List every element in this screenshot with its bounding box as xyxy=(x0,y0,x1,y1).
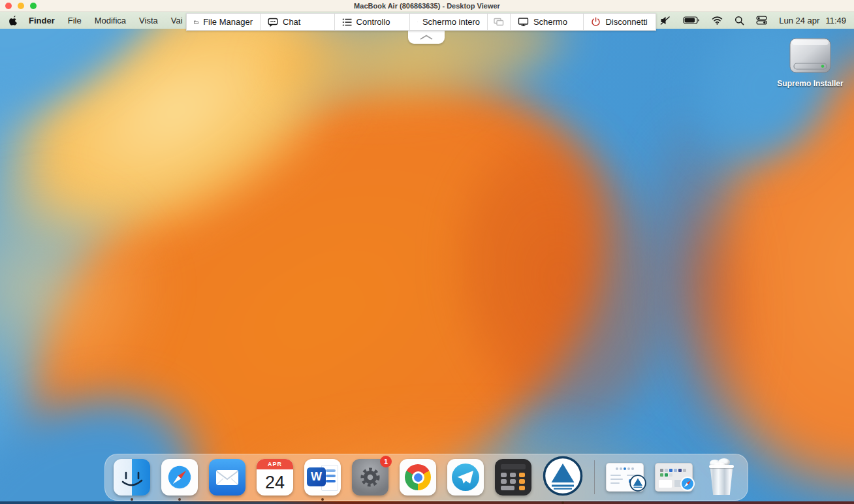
calculator-icon xyxy=(495,459,531,496)
running-indicator xyxy=(178,498,181,501)
zoom-window-button[interactable] xyxy=(30,3,37,9)
desktop-icon-supremo-installer[interactable]: Supremo Installer xyxy=(771,36,849,88)
chat-label: Chat xyxy=(283,17,300,27)
chrome-icon xyxy=(400,459,436,496)
window-titlebar: MacBook Air (806863635) - Desktop Viewer xyxy=(0,0,854,12)
dock-calendar[interactable]: APR 24 xyxy=(257,459,293,496)
menubar-menus: Finder File Modifica Vista Vai xyxy=(8,15,189,25)
dock-supremo[interactable] xyxy=(543,456,583,499)
multi-monitor-button-disabled[interactable] xyxy=(488,14,511,30)
supremo-icon xyxy=(543,456,583,496)
calendar-day: 24 xyxy=(257,469,293,496)
apple-menu[interactable] xyxy=(8,15,22,25)
screen-bottom-edge xyxy=(0,501,854,504)
dual-monitors-icon xyxy=(493,18,504,27)
clock-time: 11:49 xyxy=(825,16,846,25)
dock-minimized-supremo-window[interactable] xyxy=(606,463,644,492)
chevron-up-icon xyxy=(418,34,435,40)
list-icon xyxy=(342,18,352,27)
dock: APR 24 W 1 xyxy=(104,454,748,501)
running-indicator xyxy=(321,498,324,501)
battery-icon[interactable] xyxy=(683,16,700,25)
toolbar-collapse-tab[interactable] xyxy=(408,31,445,44)
running-indicator xyxy=(131,498,133,501)
menu-item-vista[interactable]: Vista xyxy=(133,16,165,25)
close-window-button[interactable] xyxy=(5,3,12,9)
mail-icon xyxy=(209,459,245,496)
menubar-clock[interactable]: Lun 24 apr 11:49 xyxy=(779,16,846,25)
running-indicator xyxy=(561,501,564,504)
trash-full-icon xyxy=(704,458,739,496)
screen-label: Schermo xyxy=(533,17,567,27)
finder-icon xyxy=(114,459,150,496)
calendar-month: APR xyxy=(257,459,293,469)
dock-trash[interactable] xyxy=(704,458,739,496)
word-letter: W xyxy=(307,467,326,486)
window-title: MacBook Air (806863635) - Desktop Viewer xyxy=(354,2,500,10)
viewer-toolbar: File Manager Chat Controllo S xyxy=(186,13,656,31)
fullscreen-label: Schermo intero xyxy=(422,17,480,27)
external-drive-icon xyxy=(787,36,833,76)
menu-item-file[interactable]: File xyxy=(61,16,88,25)
dock-chrome[interactable] xyxy=(400,459,436,496)
dock-divider xyxy=(594,460,595,494)
dock-telegram[interactable] xyxy=(447,459,484,496)
file-manager-button[interactable]: File Manager xyxy=(187,14,261,30)
dock-minimized-safari-window[interactable] xyxy=(655,463,693,492)
paper-plane-icon xyxy=(452,464,479,491)
desktop-wallpaper xyxy=(0,0,854,504)
safari-icon xyxy=(161,459,198,496)
menu-item-finder[interactable]: Finder xyxy=(22,16,61,25)
chat-button[interactable]: Chat xyxy=(261,14,335,30)
monitor-icon xyxy=(518,17,529,27)
dock-safari[interactable] xyxy=(161,459,198,496)
expand-arrows-icon xyxy=(417,17,418,27)
supremo-mini-badge xyxy=(629,475,646,494)
control-center-icon[interactable] xyxy=(756,16,767,25)
file-manager-label: File Manager xyxy=(203,17,253,27)
dock-finder[interactable] xyxy=(114,459,150,496)
minimize-window-button[interactable] xyxy=(18,3,24,9)
dock-word[interactable]: W xyxy=(304,459,341,496)
control-label: Controllo xyxy=(356,17,390,27)
drive-label: Supremo Installer xyxy=(777,79,843,88)
notification-badge: 1 xyxy=(380,456,392,467)
volume-muted-icon[interactable] xyxy=(660,16,671,25)
dock-calculator[interactable] xyxy=(495,459,531,496)
search-icon[interactable] xyxy=(735,16,744,25)
folder-icon xyxy=(194,18,198,27)
traffic-lights xyxy=(5,3,37,9)
dock-system-settings[interactable]: 1 xyxy=(352,459,388,496)
remote-desktop-viewer: MacBook Air (806863635) - Desktop Viewer… xyxy=(0,0,854,504)
menu-item-modifica[interactable]: Modifica xyxy=(88,16,133,25)
apple-icon xyxy=(9,15,18,25)
screen-button[interactable]: Schermo xyxy=(511,14,584,30)
fullscreen-button[interactable]: Schermo intero xyxy=(410,14,488,30)
power-icon xyxy=(591,17,601,27)
calendar-icon: APR 24 xyxy=(257,459,293,496)
control-button[interactable]: Controllo xyxy=(335,14,411,30)
clock-date: Lun 24 apr xyxy=(779,16,819,25)
word-icon: W xyxy=(304,459,341,496)
disconnect-button[interactable]: Disconnetti xyxy=(584,14,656,30)
telegram-icon xyxy=(447,459,484,496)
safari-mini-badge xyxy=(680,476,695,494)
chat-bubble-icon xyxy=(268,18,278,27)
disconnect-label: Disconnetti xyxy=(605,17,647,27)
wifi-icon[interactable] xyxy=(712,16,723,25)
menu-item-vai[interactable]: Vai xyxy=(165,16,189,25)
menubar-status-area: Lun 24 apr 11:49 xyxy=(660,16,846,25)
dock-mail[interactable] xyxy=(209,459,245,496)
